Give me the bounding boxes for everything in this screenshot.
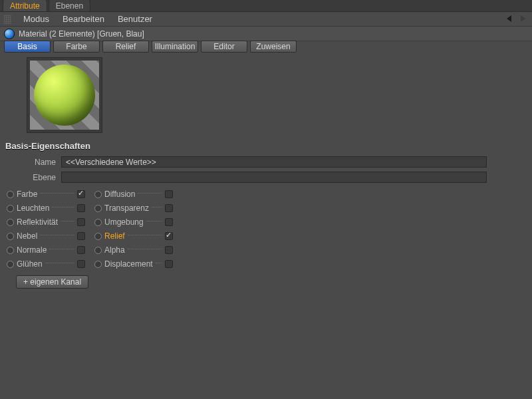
channel-checkbox[interactable]	[77, 190, 85, 198]
channel-radio-icon[interactable]	[94, 219, 102, 226]
channel-radio-icon[interactable]	[7, 205, 14, 212]
dotted-leader	[156, 263, 162, 263]
material-sphere-icon	[4, 29, 15, 39]
material-preview-sphere	[34, 65, 95, 126]
panel-body: Basis-Eigenschaften Name Ebene FarbeLeuc…	[0, 53, 532, 297]
channel-row-displacement: Displacement	[94, 258, 173, 270]
channel-label[interactable]: Alpha	[104, 245, 125, 255]
channel-radio-icon[interactable]	[7, 191, 14, 198]
chan-tab-editor[interactable]: Editor	[201, 41, 247, 53]
channel-row-farbe: Farbe	[7, 188, 85, 200]
channel-radio-icon[interactable]	[94, 261, 102, 268]
material-preview	[30, 61, 99, 130]
material-preview-frame[interactable]	[27, 57, 102, 133]
channel-checkbox[interactable]	[77, 204, 85, 212]
channel-label[interactable]: Transparenz	[104, 203, 149, 213]
channel-row-umgebung: Umgebung	[94, 216, 173, 228]
name-input[interactable]	[61, 156, 487, 168]
dotted-leader	[61, 221, 74, 221]
dotted-leader	[128, 249, 162, 249]
menu-benutzer[interactable]: Benutzer	[111, 12, 159, 26]
channel-row-transparenz: Transparenz	[94, 202, 173, 214]
channel-radio-icon[interactable]	[7, 261, 14, 268]
channel-label[interactable]: Nebel	[17, 231, 37, 241]
panel-tabs: Attribute Ebenen	[0, 0, 532, 12]
channel-label[interactable]: Relief	[104, 231, 125, 241]
chan-tab-illumination[interactable]: Illumination	[152, 41, 198, 53]
channel-radio-icon[interactable]	[94, 205, 102, 212]
channel-checkbox[interactable]	[165, 204, 173, 212]
add-own-channel-button[interactable]: + eigenen Kanal	[16, 275, 88, 289]
nav-back-icon[interactable]	[504, 13, 515, 24]
channel-row-glühen: Glühen	[7, 258, 85, 270]
dotted-leader	[40, 193, 74, 194]
channel-row-alpha: Alpha	[94, 244, 173, 256]
channel-radio-icon[interactable]	[7, 247, 14, 254]
channel-checkbox[interactable]	[77, 232, 85, 240]
drag-grip-icon[interactable]	[4, 15, 11, 24]
nav-forward-icon[interactable]	[517, 13, 528, 24]
channel-row-leuchten: Leuchten	[7, 202, 85, 214]
tab-attribute[interactable]: Attribute	[3, 0, 47, 11]
channel-tabs: Basis Farbe Relief Illumination Editor Z…	[0, 41, 532, 53]
chan-tab-basis[interactable]: Basis	[4, 41, 51, 53]
channel-checkbox[interactable]	[165, 190, 173, 198]
channel-checkbox[interactable]	[165, 218, 173, 226]
menu-modus[interactable]: Modus	[17, 12, 56, 26]
channel-radio-icon[interactable]	[94, 233, 102, 240]
channel-label[interactable]: Displacement	[104, 259, 153, 269]
channel-radio-icon[interactable]	[7, 233, 14, 240]
dotted-leader	[40, 235, 74, 235]
dotted-leader	[49, 249, 74, 249]
tab-ebenen[interactable]: Ebenen	[49, 0, 90, 11]
channel-radio-icon[interactable]	[94, 247, 102, 254]
chan-tab-farbe[interactable]: Farbe	[53, 41, 100, 53]
channel-checkbox[interactable]	[77, 218, 85, 226]
channel-label[interactable]: Normale	[17, 245, 47, 255]
channel-label[interactable]: Reflektivität	[17, 217, 58, 227]
channel-label[interactable]: Farbe	[17, 190, 37, 199]
channel-radio-icon[interactable]	[7, 219, 14, 226]
section-heading: Basis-Eigenschaften	[5, 141, 527, 151]
channel-checkbox[interactable]	[165, 260, 173, 268]
ebene-label: Ebene	[5, 173, 61, 182]
dotted-leader	[146, 221, 162, 221]
name-label: Name	[5, 158, 61, 167]
channel-label[interactable]: Diffusion	[104, 190, 135, 199]
menu-bearbeiten[interactable]: Bearbeiten	[56, 12, 111, 26]
channel-checkbox[interactable]	[165, 232, 173, 240]
channel-row-reflektivität: Reflektivität	[7, 216, 85, 228]
dotted-leader	[138, 193, 162, 194]
dotted-leader	[52, 207, 74, 207]
channel-label[interactable]: Glühen	[17, 259, 43, 269]
dotted-leader	[45, 263, 74, 263]
material-title: Material (2 Elemente) [Gruen, Blau]	[19, 29, 144, 39]
ebene-input[interactable]	[61, 172, 487, 183]
channel-row-diffusion: Diffusion	[94, 188, 173, 200]
chan-tab-relief[interactable]: Relief	[102, 41, 149, 53]
channel-toggle-grid: FarbeLeuchtenReflektivitätNebelNormaleGl…	[7, 188, 527, 270]
channel-row-normale: Normale	[7, 244, 85, 256]
dotted-leader	[128, 235, 162, 235]
channel-row-relief: Relief	[94, 230, 173, 242]
channel-checkbox[interactable]	[77, 246, 85, 254]
channel-radio-icon[interactable]	[94, 191, 102, 198]
channel-label[interactable]: Umgebung	[104, 217, 144, 227]
dotted-leader	[152, 207, 162, 207]
menu-bar: Modus Bearbeiten Benutzer	[0, 12, 532, 27]
chan-tab-zuweisen[interactable]: Zuweisen	[250, 41, 297, 53]
channel-label[interactable]: Leuchten	[17, 203, 49, 213]
channel-row-nebel: Nebel	[7, 230, 85, 242]
material-header: Material (2 Elemente) [Gruen, Blau]	[0, 27, 532, 41]
channel-checkbox[interactable]	[165, 246, 173, 254]
channel-checkbox[interactable]	[77, 260, 85, 268]
